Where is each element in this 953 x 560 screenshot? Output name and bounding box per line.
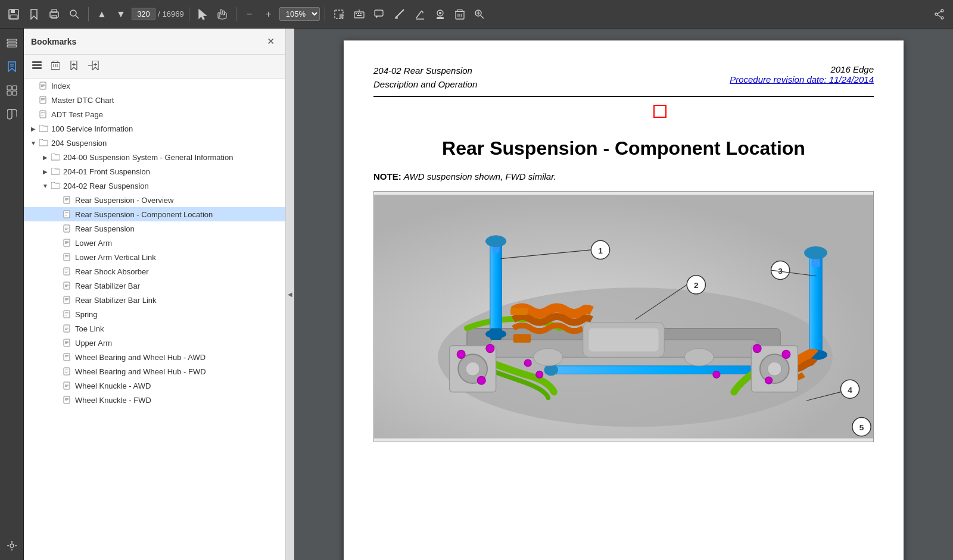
bm-toggle-204[interactable]: ▼	[29, 138, 38, 148]
svg-rect-106	[65, 255, 68, 256]
svg-rect-187	[589, 328, 659, 351]
svg-point-166	[524, 359, 531, 367]
comment-button[interactable]	[370, 6, 388, 23]
bm-toggle-20401[interactable]: ▶	[41, 167, 50, 176]
pdf-header: 204-02 Rear Suspension Description and O…	[373, 64, 874, 97]
svg-rect-98	[65, 227, 68, 227]
bm-lower-arm[interactable]: Lower Arm	[24, 236, 285, 250]
pdf-revision-link[interactable]: Procedure revision date: 11/24/2014	[730, 74, 874, 85]
typewriter-button[interactable]	[350, 6, 368, 23]
bm-upper-arm[interactable]: Upper Arm	[24, 336, 285, 350]
search-advanced-button[interactable]	[471, 6, 488, 23]
bm-lower-arm-vertical-link[interactable]: Lower Arm Vertical Link	[24, 250, 285, 264]
bm-rear-stabilizer-bar-link[interactable]: Rear Stabilizer Bar Link	[24, 293, 285, 307]
print-button[interactable]	[45, 6, 63, 23]
next-page-button[interactable]: ▼	[113, 6, 129, 23]
bm-wheel-bearing-fwd[interactable]: Wheel Bearing and Wheel Hub - FWD	[24, 364, 285, 378]
bm-toggle-spacer	[29, 95, 38, 105]
thumbnails-button[interactable]	[2, 81, 21, 100]
bm-spring[interactable]: Spring	[24, 307, 285, 321]
svg-marker-49	[8, 62, 15, 71]
prev-page-button[interactable]: ▲	[94, 6, 110, 23]
svg-rect-138	[65, 370, 68, 370]
bm-toggle-100[interactable]: ▶	[29, 124, 38, 133]
svg-point-185	[684, 349, 714, 366]
bm-toggle-spacer	[52, 252, 62, 262]
svg-rect-123	[65, 314, 68, 314]
bm-100[interactable]: ▶ 100 Service Information	[24, 121, 285, 136]
bm-wheel-bearing-awd[interactable]: Wheel Bearing and Wheel Hub - AWD	[24, 350, 285, 364]
svg-point-184	[534, 349, 563, 366]
bm-adt[interactable]: ADT Test Page	[24, 107, 285, 121]
bm-page-icon	[62, 209, 73, 219]
svg-text:2: 2	[694, 281, 699, 290]
svg-rect-120	[65, 301, 67, 301]
properties-button[interactable]	[2, 536, 21, 555]
bm-rear-suspension[interactable]: Rear Suspension	[24, 221, 285, 236]
bm-page-icon	[62, 367, 73, 376]
bm-204-00[interactable]: ▶ 204-00 Suspension System - General Inf…	[24, 150, 285, 164]
bm-204[interactable]: ▼ 204 Suspension	[24, 136, 285, 150]
toolbar: ▲ ▼ / 16969 − + 105% 50% 75% 100% 125% 1…	[0, 0, 953, 29]
svg-rect-128	[65, 329, 67, 330]
delete-button[interactable]	[451, 6, 468, 23]
highlight-button[interactable]	[391, 6, 409, 23]
bm-100-label: 100 Service Information	[51, 124, 281, 133]
bm-toggle-spacer	[52, 338, 62, 348]
attachments-button[interactable]	[2, 105, 21, 124]
svg-rect-69	[53, 61, 58, 62]
svg-point-183	[713, 371, 720, 378]
pdf-section-title: 204-02 Rear Suspension	[373, 64, 477, 78]
svg-rect-107	[65, 256, 68, 257]
zoom-in-button[interactable]: +	[260, 6, 277, 23]
bm-add-button[interactable]	[66, 58, 82, 74]
bm-index[interactable]: Index	[24, 79, 285, 93]
bm-toe-link[interactable]: Toe Link	[24, 321, 285, 336]
bookmarks-panel-button[interactable]	[2, 57, 21, 76]
bm-rs-component-location[interactable]: Rear Suspension - Component Location	[24, 207, 285, 221]
bm-wheel-knuckle-awd[interactable]: Wheel Knuckle - AWD	[24, 378, 285, 393]
markup-button[interactable]	[411, 6, 429, 23]
bm-20402-label: 204-02 Rear Suspension	[63, 182, 281, 190]
svg-rect-116	[65, 286, 67, 287]
bm-rear-stabilizer-bar[interactable]: Rear Stabilizer Bar	[24, 279, 285, 293]
svg-rect-108	[65, 258, 67, 258]
svg-rect-2	[10, 15, 17, 18]
pan-tool-button[interactable]	[213, 6, 231, 23]
zoom-select[interactable]: 105% 50% 75% 100% 125% 150% 200%	[279, 7, 320, 21]
stamp-button[interactable]	[431, 6, 449, 23]
svg-rect-143	[65, 385, 68, 386]
bm-wheel-knuckle-fwd[interactable]: Wheel Knuckle - FWD	[24, 393, 285, 407]
bm-page-icon	[62, 295, 73, 305]
page-input[interactable]	[132, 8, 155, 20]
bm-rs-overview[interactable]: Rear Suspension - Overview	[24, 193, 285, 207]
select-tool-button[interactable]	[194, 6, 211, 23]
pdf-content[interactable]: 204-02 Rear Suspension Description and O…	[294, 29, 953, 560]
share-button[interactable]	[930, 6, 948, 23]
layers-button[interactable]	[2, 33, 21, 52]
bm-toggle-20402[interactable]: ▼	[41, 181, 50, 190]
zoom-out-button[interactable]: −	[241, 6, 258, 23]
svg-line-45	[938, 15, 941, 17]
save-button[interactable]	[5, 6, 23, 23]
bm-delete-button[interactable]	[48, 58, 63, 74]
find-button[interactable]	[66, 6, 83, 23]
svg-text:1: 1	[598, 246, 603, 255]
close-bookmarks-button[interactable]: ✕	[263, 35, 278, 48]
marquee-button[interactable]	[330, 6, 348, 23]
bm-page-icon	[38, 110, 49, 119]
bm-204-02[interactable]: ▼ 204-02 Rear Suspension	[24, 179, 285, 193]
bm-folder-icon	[50, 152, 61, 162]
svg-marker-9	[199, 10, 206, 20]
bm-204-01[interactable]: ▶ 204-01 Front Suspension	[24, 164, 285, 179]
bm-rear-shock-absorber[interactable]: Rear Shock Absorber	[24, 264, 285, 279]
bm-toggle-spacer	[52, 309, 62, 319]
svg-rect-91	[65, 199, 68, 200]
bm-toggle-20400[interactable]: ▶	[41, 152, 50, 162]
bookmark-button[interactable]	[25, 6, 43, 23]
collapse-panel-button[interactable]: ◀	[286, 29, 294, 560]
bm-master-dtc[interactable]: Master DTC Chart	[24, 93, 285, 107]
bm-page-icon	[62, 281, 73, 290]
bm-options-button[interactable]	[29, 59, 45, 74]
bm-add-child-button[interactable]	[85, 58, 102, 74]
